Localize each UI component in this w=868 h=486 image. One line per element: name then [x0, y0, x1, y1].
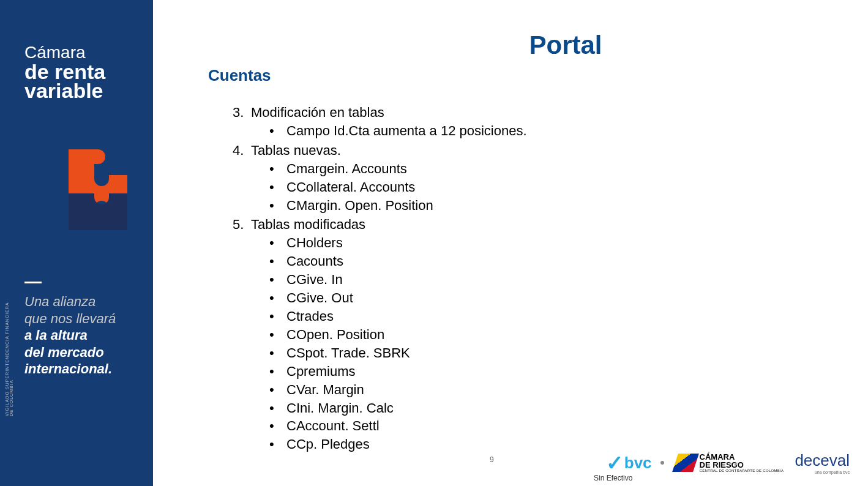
bullet-item: Campo Id.Cta aumenta a 12 posiciones.	[269, 122, 850, 140]
tagline-line-3: a la altura	[24, 327, 88, 343]
list-item: 4.Tablas nuevas.Cmargein. AccountsCColla…	[233, 141, 850, 215]
content-list: 3.Modificación en tablasCampo Id.Cta aum…	[233, 103, 850, 454]
bullet-item: Ctrades	[269, 307, 850, 326]
item-number: 3.	[233, 103, 251, 122]
bullet-item: CAccount. Settl	[269, 417, 850, 435]
tagline-line-4: del mercado	[24, 345, 104, 360]
main-content: Portal Cuentas 3.Modificación en tablasC…	[208, 31, 850, 474]
bullet-item: CHolders	[269, 234, 850, 252]
page-title: Portal	[282, 31, 850, 60]
bullet-list: Campo Id.Cta aumenta a 12 posiciones.	[269, 122, 850, 140]
bvc-logo: ✓ bvc	[606, 450, 664, 475]
bullet-item: CMargin. Open. Position	[269, 196, 850, 215]
sidebar-logo: Cámara de renta variable	[24, 43, 105, 103]
deceval-logo: deceval una compañía bvc	[795, 451, 850, 474]
sidebar-tagline: Una alianza que nos llevará a la altura …	[24, 300, 116, 378]
bullet-item: CVar. Margin	[269, 381, 850, 399]
sidebar-wave-shape	[153, 0, 178, 486]
footer-logos: ✓ bvc CÁMARA DE RIESGO CENTRAL DE CONTRA…	[606, 450, 850, 475]
separator-dot-icon	[660, 461, 664, 465]
bullet-item: CIni. Margin. Calc	[269, 399, 850, 417]
colombia-flag-icon	[672, 454, 699, 472]
sidebar-panel: Cámara de renta variable Una alianza que…	[0, 0, 178, 486]
item-text: Tablas nuevas.	[251, 143, 341, 158]
bullet-item: COpen. Position	[269, 326, 850, 344]
deceval-subtext: una compañía bvc	[795, 470, 850, 474]
puzzle-icon	[61, 141, 135, 239]
bullet-list: Cmargein. AccountsCCollateral. AccountsC…	[269, 160, 850, 215]
item-number: 5.	[233, 215, 251, 234]
bullet-item: CGive. Out	[269, 289, 850, 307]
page-number: 9	[490, 455, 494, 464]
vigilado-text: VIGILADO SUPERINTENDENCIA FINANCIERA DE …	[5, 294, 13, 416]
item-text: Tablas modificadas	[251, 217, 365, 232]
bullet-item: Cpremiums	[269, 362, 850, 381]
deceval-text: deceval	[795, 451, 850, 469]
tagline-line-5: internacional.	[24, 361, 112, 376]
item-number: 4.	[233, 141, 251, 160]
bullet-item: CGive. In	[269, 271, 850, 289]
camara-riesgo-logo: CÁMARA DE RIESGO CENTRAL DE CONTRAPARTE …	[675, 453, 784, 473]
camara-line-2: DE RIESGO	[700, 460, 744, 469]
bullet-list: CHoldersCacountsCGive. InCGive. OutCtrad…	[269, 234, 850, 454]
list-item: 5.Tablas modificadasCHoldersCacountsCGiv…	[233, 215, 850, 454]
page-subtitle: Cuentas	[208, 66, 850, 85]
bullet-item: CSpot. Trade. SBRK	[269, 344, 850, 362]
bullet-item: Cmargein. Accounts	[269, 160, 850, 178]
bvc-text: bvc	[624, 454, 652, 473]
tagline-line-2: que nos llevará	[24, 311, 116, 326]
item-text: Modificación en tablas	[251, 105, 384, 120]
bvc-check-icon: ✓	[606, 450, 623, 475]
list-item: 3.Modificación en tablasCampo Id.Cta aum…	[233, 103, 850, 140]
tagline-line-1: Una alianza	[24, 294, 95, 309]
bullet-item: CCollateral. Accounts	[269, 178, 850, 196]
logo-line-3: variable	[24, 79, 105, 103]
camara-line-3: CENTRAL DE CONTRAPARTE DE COLOMBIA	[700, 469, 784, 473]
bullet-item: Cacounts	[269, 252, 850, 271]
sin-efectivo-label: Sin Efectivo	[594, 474, 632, 482]
